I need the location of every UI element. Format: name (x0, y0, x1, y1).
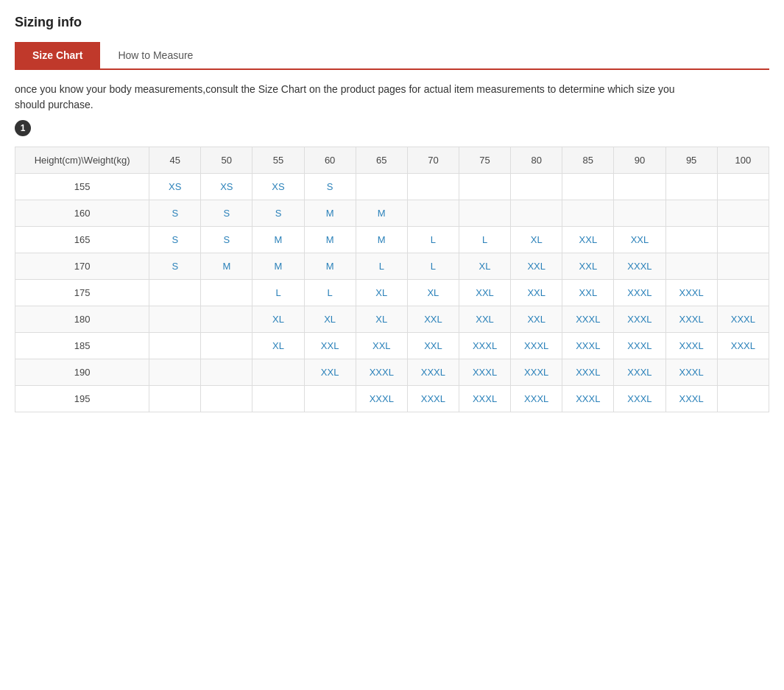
size-cell: XXXL (459, 386, 510, 412)
size-cell: - (717, 386, 769, 412)
tab-how-to-measure[interactable]: How to Measure (100, 42, 211, 68)
table-row: 175--LLXLXLXXLXXLXXLXXXLXXXL- (15, 280, 769, 306)
size-cell: - (511, 200, 562, 227)
table-row: 180--XLXLXLXXLXXLXXLXXXLXXXLXXXLXXXL (15, 306, 769, 333)
size-cell: - (201, 306, 252, 333)
column-header: 90 (614, 147, 665, 174)
size-cell: XXXL (614, 253, 665, 280)
height-cell: 175 (15, 280, 149, 306)
size-cell: XXL (562, 227, 614, 253)
table-row: 190---XXLXXXLXXXLXXXLXXXLXXXLXXXLXXXL- (15, 359, 769, 386)
size-cell: XXXL (614, 333, 665, 359)
height-cell: 155 (15, 174, 149, 200)
column-header: 70 (407, 147, 459, 174)
size-cell: M (356, 200, 407, 227)
size-cell: XXXL (562, 386, 614, 412)
table-row: 195----XXXLXXXLXXXLXXXLXXXLXXXLXXXL- (15, 386, 769, 412)
column-header: 85 (562, 147, 614, 174)
size-cell: XXXL (459, 333, 510, 359)
size-cell: - (562, 174, 614, 200)
size-cell: - (511, 174, 562, 200)
size-cell: - (304, 386, 356, 412)
size-cell: L (252, 280, 304, 306)
size-cell: - (665, 227, 717, 253)
size-cell: - (562, 200, 614, 227)
table-row: 160SSSMM------- (15, 200, 769, 227)
size-cell: - (201, 280, 252, 306)
size-cell: - (201, 359, 252, 386)
size-cell: L (407, 227, 459, 253)
column-header: Height(cm)\Weight(kg) (15, 147, 149, 174)
size-cell: XXXL (717, 306, 769, 333)
size-cell: XXXL (665, 386, 717, 412)
column-header: 95 (665, 147, 717, 174)
size-cell: M (356, 227, 407, 253)
size-cell: - (717, 280, 769, 306)
size-cell: XXL (511, 280, 562, 306)
size-cell: XS (252, 174, 304, 200)
size-cell: XXXL (562, 333, 614, 359)
size-cell: XXL (459, 280, 510, 306)
table-row: 185--XLXXLXXLXXLXXXLXXXLXXXLXXXLXXXLXXXL (15, 333, 769, 359)
size-cell: - (459, 200, 510, 227)
size-cell: - (252, 386, 304, 412)
size-cell: XXL (511, 253, 562, 280)
size-cell: XXL (459, 306, 510, 333)
height-cell: 195 (15, 386, 149, 412)
size-cell: - (407, 174, 459, 200)
size-cell: S (201, 200, 252, 227)
size-cell: XXXL (665, 333, 717, 359)
height-cell: 170 (15, 253, 149, 280)
size-cell: - (717, 174, 769, 200)
size-cell: XXXL (511, 386, 562, 412)
size-chart-table: Height(cm)\Weight(kg)4550556065707580859… (15, 147, 769, 412)
size-cell: XXXL (665, 280, 717, 306)
size-cell: S (149, 253, 201, 280)
size-cell: - (149, 386, 201, 412)
size-cell: XXXL (459, 359, 510, 386)
column-header: 50 (201, 147, 252, 174)
size-cell: XL (459, 253, 510, 280)
size-cell: XXXL (665, 306, 717, 333)
size-cell: XXL (407, 333, 459, 359)
column-header: 60 (304, 147, 356, 174)
size-cell: XXXL (407, 386, 459, 412)
size-cell: XXXL (511, 333, 562, 359)
size-cell: XXXL (614, 280, 665, 306)
size-cell: XS (201, 174, 252, 200)
size-cell: XXXL (562, 359, 614, 386)
size-cell: - (252, 359, 304, 386)
size-cell: M (304, 227, 356, 253)
step-number: 1 (15, 120, 31, 136)
size-cell: M (304, 200, 356, 227)
size-cell: L (304, 280, 356, 306)
size-cell: M (304, 253, 356, 280)
size-cell: - (201, 386, 252, 412)
size-cell: - (665, 200, 717, 227)
table-row: 155XSXSXSS-------- (15, 174, 769, 200)
size-cell: XL (252, 306, 304, 333)
size-cell: - (717, 227, 769, 253)
size-cell: XXL (562, 253, 614, 280)
size-cell: XXXL (614, 359, 665, 386)
size-cell: - (149, 359, 201, 386)
size-cell: XXXL (717, 333, 769, 359)
size-cell: XXL (304, 333, 356, 359)
size-cell: L (459, 227, 510, 253)
table-row: 170SMMMLLXLXXLXXLXXXL-- (15, 253, 769, 280)
size-cell: XL (511, 227, 562, 253)
column-header: 45 (149, 147, 201, 174)
size-cell: XXXL (407, 359, 459, 386)
size-cell: S (304, 174, 356, 200)
size-cell: - (665, 174, 717, 200)
description-text: once you know your body measurements,con… (15, 82, 677, 113)
size-cell: - (717, 253, 769, 280)
size-cell: S (201, 227, 252, 253)
size-cell: XS (149, 174, 201, 200)
column-header: 65 (356, 147, 407, 174)
size-cell: - (665, 253, 717, 280)
tab-size-chart[interactable]: Size Chart (15, 42, 100, 68)
size-cell: - (149, 306, 201, 333)
size-cell: XXXL (614, 386, 665, 412)
size-cell: L (356, 253, 407, 280)
